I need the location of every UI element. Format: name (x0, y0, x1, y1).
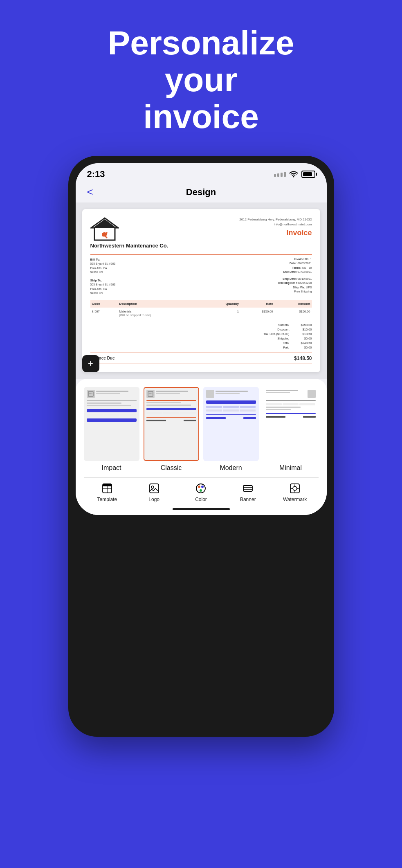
company-logo-icon (90, 217, 119, 241)
paid-value: $0.00 (290, 346, 312, 349)
cell-description: Materials(Will be shipped to site) (117, 308, 201, 319)
tab-template-label: Template (97, 497, 117, 502)
invoice-table: Code Description Quantity Rate Amount 8-… (90, 300, 312, 319)
template-thumb-modern[interactable] (203, 387, 259, 461)
status-time: 2:13 (87, 169, 105, 180)
invoice-area[interactable]: Northwestern Maintenance Co. 2012 Federa… (76, 202, 327, 379)
template-options: Impact (84, 387, 319, 472)
discount-value: $15.00 (290, 328, 312, 331)
svg-rect-15 (243, 486, 252, 491)
total-value: $148.50 (290, 341, 312, 345)
hero-title: Personalizeyourinvoice (83, 25, 319, 135)
template-option-classic[interactable]: Classic (144, 387, 199, 472)
cell-amount: $150.00 (275, 308, 312, 319)
invoice-word: Invoice (286, 229, 312, 237)
template-option-impact[interactable]: Impact (84, 387, 139, 472)
logo-icon (148, 482, 161, 495)
cell-rate: $150.00 (240, 308, 275, 319)
home-bar (173, 508, 230, 510)
bottom-tab-bar: Template Logo (84, 477, 319, 505)
col-amount: Amount (275, 300, 312, 308)
status-icons (274, 171, 315, 178)
subtotal-label: Subtotal (257, 323, 290, 327)
tax-value: $13.50 (290, 332, 312, 336)
template-thumb-impact[interactable] (84, 387, 139, 461)
home-indicator (84, 505, 319, 515)
nav-bar: < Design (76, 183, 327, 202)
ship-to: Ship To: 555 Bryant St. #263Palo Alto, C… (90, 278, 116, 296)
nav-title: Design (186, 187, 216, 198)
table-row: 8-567 Materials(Will be shipped to site)… (90, 308, 312, 319)
tab-template[interactable]: Template (84, 482, 131, 502)
svg-rect-9 (150, 484, 159, 493)
watermark-icon (288, 482, 301, 495)
col-rate: Rate (240, 300, 275, 308)
phone-inner: 2:13 (76, 163, 327, 515)
tab-banner[interactable]: Banner (225, 482, 272, 502)
svg-point-19 (293, 486, 297, 490)
template-name-impact: Impact (101, 464, 121, 472)
col-quantity: Quantity (201, 300, 240, 308)
color-icon (194, 482, 207, 495)
col-description: Description (117, 300, 201, 308)
template-option-modern[interactable]: Modern (203, 387, 259, 472)
invoice-right-header: 2012 Federalsburg Hwy, Federalsburg, MD … (239, 217, 312, 237)
template-thumb-classic[interactable] (144, 387, 199, 461)
shipping-label: Shipping (257, 337, 290, 340)
cell-quantity: 1 (201, 308, 240, 319)
tab-color[interactable]: Color (177, 482, 225, 502)
svg-point-10 (151, 486, 154, 488)
shipping-value: $0.00 (290, 337, 312, 340)
cell-code: 8-567 (90, 308, 118, 319)
status-bar: 2:13 (76, 163, 327, 183)
company-address: 2012 Federalsburg Hwy, Federalsburg, MD … (239, 217, 312, 227)
template-thumb-minimal[interactable] (263, 387, 319, 461)
svg-point-12 (198, 486, 200, 488)
discount-label: Discount (257, 328, 290, 331)
template-name-classic: Classic (161, 464, 182, 472)
invoice-document: Northwestern Maintenance Co. 2012 Federa… (82, 209, 320, 372)
paid-label: Paid (257, 346, 290, 349)
add-button[interactable]: + (82, 355, 99, 372)
totals-section: Subtotal $150.00 Discount $15.00 Tax 10%… (90, 323, 312, 364)
banner-icon (241, 482, 254, 495)
tax-label: Tax 10% ($135.00) (257, 332, 290, 336)
tab-color-label: Color (195, 497, 207, 502)
battery-icon (301, 171, 315, 178)
subtotal-value: $150.00 (290, 323, 312, 327)
back-button[interactable]: < (87, 186, 93, 198)
template-name-minimal: Minimal (279, 464, 302, 472)
invoice-header: Northwestern Maintenance Co. 2012 Federa… (90, 217, 312, 249)
table-header-row: Code Description Quantity Rate Amount (90, 300, 312, 308)
wifi-icon (289, 171, 298, 178)
tab-logo[interactable]: Logo (130, 482, 177, 502)
tab-banner-label: Banner (240, 497, 256, 502)
invoice-divider (90, 254, 312, 255)
company-info: Northwestern Maintenance Co. (90, 217, 240, 249)
phone-frame: 2:13 (68, 156, 334, 737)
bill-to: Bill To: 555 Bryant St. #263Palo Alto, C… (90, 257, 116, 275)
invoice-meta: Invoice No: 1 Date: 06/03/2021 Terms: NE… (278, 257, 312, 296)
svg-point-13 (201, 486, 204, 488)
template-name-modern: Modern (220, 464, 242, 472)
template-icon (101, 482, 114, 495)
bill-ship-info: Bill To: 555 Bryant St. #263Palo Alto, C… (90, 257, 116, 296)
billing-section: Bill To: 555 Bryant St. #263Palo Alto, C… (90, 257, 312, 296)
template-option-minimal[interactable]: Minimal (263, 387, 319, 472)
signal-dots-icon (274, 172, 286, 177)
balance-due-row: Balance Due $148.50 (90, 353, 312, 364)
tab-watermark[interactable]: Watermark (272, 482, 319, 502)
tab-watermark-label: Watermark (283, 497, 307, 502)
tab-logo-label: Logo (148, 497, 159, 502)
col-code: Code (90, 300, 118, 308)
svg-point-14 (200, 489, 202, 492)
company-name: Northwestern Maintenance Co. (90, 243, 240, 249)
template-selector: Impact (76, 379, 327, 515)
total-label: Total (257, 341, 290, 345)
svg-rect-6 (103, 484, 112, 486)
balance-due-value: $148.50 (294, 355, 312, 361)
